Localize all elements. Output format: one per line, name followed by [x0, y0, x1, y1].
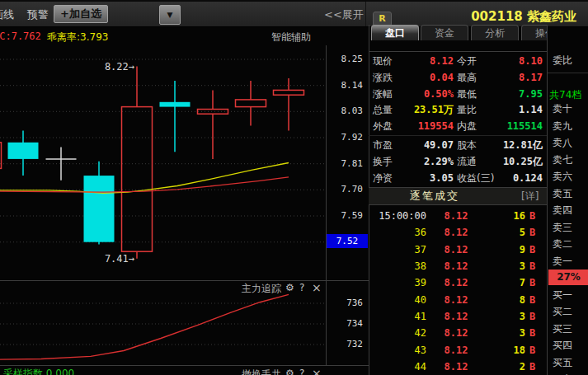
- alert-button[interactable]: 预警: [27, 7, 49, 22]
- tab-caozuo[interactable]: 操作: [521, 25, 547, 40]
- tick-price: 8.12: [440, 274, 473, 291]
- price-axis: 7.52 8.258.148.037.927.817.707.59: [327, 45, 368, 278]
- expand-collapse-link[interactable]: <<展开: [324, 7, 364, 22]
- quote-row: 总量23.51万量比1.14: [369, 101, 547, 118]
- subchart-settings-gear-icon[interactable]: ⚙: [285, 282, 294, 293]
- chart-section-divider2: [0, 365, 369, 366]
- subchart-axis-label: 736: [346, 298, 363, 308]
- tick-row: 368.125B: [369, 224, 547, 241]
- tab-fenxi[interactable]: 分析: [471, 25, 519, 40]
- quote-value: 7.95: [467, 86, 543, 102]
- last-price-marker: 7.52: [327, 234, 368, 248]
- tick-volume: 8: [481, 292, 525, 308]
- subchart-axis-label: 734: [346, 318, 363, 329]
- high-price-annotation: 8.22→: [105, 61, 134, 73]
- quote-row: 外盘119554内盘115514: [369, 118, 547, 134]
- sell-level-7[interactable]: 卖七: [553, 153, 572, 166]
- sell-level-3[interactable]: 卖三: [553, 221, 572, 234]
- tick-row: 418.123B: [369, 308, 547, 325]
- sell-level-5[interactable]: 卖五: [553, 187, 572, 200]
- levels-divider: [548, 73, 588, 73]
- tick-direction: B: [529, 241, 535, 258]
- quote-value: 8.10: [467, 53, 543, 69]
- tick-direction: B: [529, 224, 535, 241]
- price-axis-label: 7.92: [341, 132, 364, 143]
- main-force-line: [0, 294, 289, 359]
- subchart2-help-icon[interactable]: ?: [299, 368, 304, 375]
- candle: [274, 78, 304, 130]
- tab-zijin[interactable]: 资金: [421, 25, 468, 40]
- ma-yellow-line: [0, 163, 289, 194]
- subchart-help-icon[interactable]: ?: [299, 282, 304, 293]
- buy-level-1[interactable]: 买一: [553, 288, 572, 302]
- tick-volume: 2: [481, 359, 525, 375]
- topbar-divider: [365, 2, 366, 26]
- quote-value: 8.17: [467, 69, 543, 86]
- tick-price: 8.12: [440, 292, 473, 308]
- tick-row: 408.128B: [369, 292, 547, 308]
- subchart2-settings-gear-icon[interactable]: ⚙: [285, 368, 294, 375]
- price-axis-label: 7.81: [341, 158, 364, 169]
- tick-direction: B: [529, 308, 535, 325]
- quote-value: 1.14: [467, 101, 543, 118]
- sell-level-2[interactable]: 卖二: [553, 237, 572, 251]
- sell-level-4[interactable]: 卖四: [553, 204, 572, 217]
- subchart-axis: 736734732: [327, 281, 368, 365]
- tick-volume: 16: [481, 208, 525, 224]
- tick-time: 36: [370, 224, 426, 241]
- tick-header-detail-link[interactable]: [详]: [521, 188, 539, 204]
- tick-time: 42: [370, 325, 426, 341]
- add-watchlist-dropdown-caret-icon[interactable]: ▼: [159, 5, 181, 25]
- sell-level-10[interactable]: 卖十: [553, 102, 572, 115]
- tick-time: 43: [370, 342, 426, 359]
- quote-value: 0.124: [467, 170, 543, 186]
- stock-app-window: 画线 预警 +加自选 ▼ <<展开 R 002118 紫鑫药业 OC:7.762…: [0, 0, 588, 375]
- candle: [122, 67, 153, 259]
- sell-level-6[interactable]: 卖六: [553, 170, 572, 183]
- subchart-title: 主力追踪: [242, 282, 281, 296]
- tick-row: 15:00:008.1216B: [369, 208, 547, 224]
- candle: [84, 162, 115, 245]
- smart-assist-label[interactable]: 智能辅助: [271, 30, 311, 45]
- subchart-close-icon[interactable]: ×: [312, 281, 322, 294]
- candle: [236, 81, 266, 126]
- quote-row: 净资3.05收益(三)0.124: [369, 170, 547, 186]
- tick-row: 388.123B: [369, 258, 547, 274]
- buy-level-5[interactable]: 买五: [553, 356, 572, 369]
- depth-count-label: 共74档: [549, 88, 581, 102]
- sell-level-9[interactable]: 卖九: [553, 120, 572, 133]
- tick-volume: 3: [481, 258, 525, 274]
- buy-level-2[interactable]: 买二: [553, 305, 572, 318]
- subchart2-left-value: 采样指数 0.000: [3, 367, 74, 375]
- sell-level-1[interactable]: 卖一: [553, 255, 572, 268]
- indicator-value-left: OC:7.762: [0, 30, 41, 42]
- quote-value: 0.50%: [384, 86, 454, 102]
- tick-price: 8.12: [440, 224, 473, 241]
- buy-level-3[interactable]: 买三: [553, 322, 572, 335]
- candle: [0, 143, 2, 169]
- quote-value: 49.07: [384, 137, 454, 153]
- tab-pankou[interactable]: 盘口: [371, 25, 419, 40]
- tabs-underline: [369, 51, 547, 52]
- sell-level-8[interactable]: 卖八: [553, 136, 572, 149]
- tick-row: 448.122B: [369, 359, 547, 375]
- quote-value: 2.29%: [384, 153, 454, 170]
- buy-level-4[interactable]: 买四: [553, 339, 572, 352]
- tick-direction: B: [529, 359, 535, 375]
- add-watchlist-button[interactable]: +加自选: [54, 5, 108, 23]
- subchart2-close-icon[interactable]: ×: [312, 367, 322, 375]
- tick-time: 40: [370, 292, 426, 308]
- candle: [198, 90, 228, 158]
- tick-time: 15:00:00: [370, 208, 426, 224]
- tick-direction: B: [529, 292, 535, 308]
- price-axis-label: 7.70: [341, 184, 364, 195]
- quote-value: 10.25亿: [467, 153, 543, 170]
- kline-chart: 8.22→7.41→: [0, 45, 326, 278]
- quote-panel: 盘口 资金 分析 操作 逐笔成交 [详] 现价8.12今开8.10涨跌0.04最…: [369, 25, 547, 375]
- tick-direction: B: [529, 208, 535, 224]
- tick-volume: 9: [481, 241, 525, 258]
- stock-title: 002118 紫鑫药业: [471, 9, 576, 25]
- tick-price: 8.12: [440, 208, 473, 224]
- draw-line-button[interactable]: 画线: [0, 7, 14, 22]
- weibi-label: 委比: [553, 54, 572, 67]
